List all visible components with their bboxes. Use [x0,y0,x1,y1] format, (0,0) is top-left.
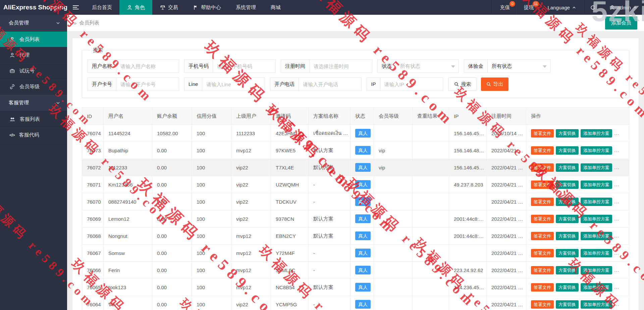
action-button-1[interactable]: 方案切换 [556,180,579,189]
actions-cell: 签署文件方案切换添加单控方案... [526,262,629,279]
table-row: 760741144522410582.00100111223342EJHMเชื… [82,125,629,142]
breadcrumb-separator: » [74,20,76,26]
more-actions-button[interactable]: ... [614,233,620,239]
table-row: 7607008827491400.00100vip22TDCKUV-真人2022… [82,193,629,210]
filter-input[interactable] [116,59,179,73]
breadcrumb: » 会员列表 [74,20,99,26]
filter-select[interactable]: 所有状态 [487,59,550,73]
more-actions-button[interactable]: ... [614,164,620,170]
cell-username: Nongnut [104,227,152,245]
sidebar-item-0-3[interactable]: 会员等级 [0,79,67,95]
column-header: IP [449,108,487,125]
action-button-1[interactable]: 方案切换 [556,266,579,274]
language-selector[interactable]: Language [540,0,583,15]
action-button-0[interactable]: 签署文件 [531,129,554,138]
action-button-2[interactable]: 添加单控方案 [581,232,612,240]
action-button-2[interactable]: 添加单控方案 [581,283,612,292]
admin-menu[interactable]: admin [602,0,644,15]
cell-time: 2022/04/21 10:53 [487,210,526,227]
more-actions-button[interactable]: ... [614,147,620,153]
action-button-0[interactable]: 签署文件 [531,232,554,240]
more-actions-button[interactable]: ... [614,284,620,290]
action-button-2[interactable]: 添加单控方案 [581,198,612,206]
cell-plan: - [309,296,351,310]
action-button-1[interactable]: 方案切换 [556,300,579,309]
action-button-1[interactable]: 方案切换 [556,198,579,206]
action-button-1[interactable]: 方案切换 [556,283,579,292]
sidebar-item-1-0[interactable]: 客服列表 [0,111,67,127]
action-button-2[interactable]: 添加单控方案 [581,180,612,189]
action-button-0[interactable]: 签署文件 [531,266,554,274]
column-header: 用户名 [104,108,152,125]
recharge-button[interactable]: 充值 0 [493,0,517,15]
sidebar-item-0-0[interactable]: 会员列表 [0,32,67,47]
export-button[interactable]: 导出 [481,78,508,91]
cell-ip: 2001:44c8:42... [449,210,487,227]
nav-item-0[interactable]: 后台首页 [85,0,119,15]
cell-ip: 156.146.45.179 [449,159,487,176]
more-actions-button[interactable]: ... [614,250,620,256]
status-cell: 真人 [351,245,374,262]
app-title: AliExpress Shopping... [0,0,67,15]
action-button-2[interactable]: 添加单控方案 [581,215,612,223]
more-actions-button[interactable]: ... [614,216,620,221]
add-member-button[interactable]: 添加会员 [605,16,637,30]
nav-item-5[interactable]: 商城 [263,0,288,15]
cell-parent: vip22 [231,296,271,310]
cell-balance: 0.00 [152,142,192,159]
sidebar-item-0-2[interactable]: 试玩号 [0,63,67,79]
action-button-0[interactable]: 签署文件 [531,300,554,309]
more-actions-button[interactable]: ... [614,267,620,273]
sidebar-item-1-1[interactable]: </>客服代码 [0,127,67,143]
withdraw-button[interactable]: 提现 11 [517,0,540,15]
action-button-1[interactable]: 方案切换 [556,146,579,155]
nav-item-1[interactable]: 角色 [119,0,152,15]
status-cell: 真人 [351,210,374,227]
action-button-2[interactable]: 添加单控方案 [581,249,612,257]
action-button-2[interactable]: 添加单控方案 [581,266,612,274]
action-button-2[interactable]: 添加单控方案 [581,129,612,138]
filter-input[interactable] [213,59,276,73]
more-actions-button[interactable]: ... [614,301,620,307]
action-button-2[interactable]: 添加单控方案 [581,300,612,309]
filter-input[interactable] [309,59,372,73]
action-button-0[interactable]: 签署文件 [531,283,554,292]
filter-select[interactable]: 所有状态 [396,59,459,73]
action-button-0[interactable]: 签署文件 [531,198,554,206]
filter-input[interactable] [116,78,179,91]
nav-item-2[interactable]: 交易 [152,0,185,15]
action-button-0[interactable]: 签署文件 [531,146,554,155]
action-button-2[interactable]: 添加单控方案 [581,146,612,155]
more-actions-button[interactable]: ... [614,182,620,187]
sidebar-item-0-1[interactable]: 代理 [0,47,67,63]
action-button-0[interactable]: 签署文件 [531,163,554,172]
cell-credit: 100 [192,176,231,193]
cell-invite: UZWQMH [271,176,309,193]
chevron-up-icon [572,5,576,10]
menu-toggle-icon[interactable] [67,0,85,15]
action-button-0[interactable]: 签署文件 [531,180,554,189]
action-button-1[interactable]: 方案切换 [556,249,579,257]
refresh-button[interactable] [583,0,602,15]
action-button-0[interactable]: 签署文件 [531,249,554,257]
more-actions-button[interactable]: ... [614,130,620,136]
action-button-1[interactable]: 方案切换 [556,215,579,223]
more-actions-button[interactable]: ... [614,199,620,204]
filter-input[interactable] [202,78,265,91]
cell-balance: 0.00 [152,193,192,210]
filter-input[interactable] [380,78,443,91]
nav-item-label: 交易 [168,4,178,11]
cell-balance: 0.00 [152,279,192,296]
action-button-2[interactable]: 添加单控方案 [581,163,612,172]
sidebar-section-title-0[interactable]: 会员管理 [0,15,67,32]
filter-input[interactable] [299,78,362,91]
action-button-1[interactable]: 方案切换 [556,232,579,240]
action-button-1[interactable]: 方案切换 [556,163,579,172]
nav-item-4[interactable]: 系统管理 [228,0,263,15]
action-button-1[interactable]: 方案切换 [556,129,579,138]
members-table: ID用户名账户余额信用分值上级用户邀请码方案组名称状态会员等级查重结果IP注册时… [82,107,629,310]
sidebar-section-title-1[interactable]: 客服管理 [0,95,67,111]
nav-item-3[interactable]: 帮助中心 [185,0,228,15]
action-button-0[interactable]: 签署文件 [531,215,554,223]
search-button[interactable]: 搜索 [448,78,477,91]
